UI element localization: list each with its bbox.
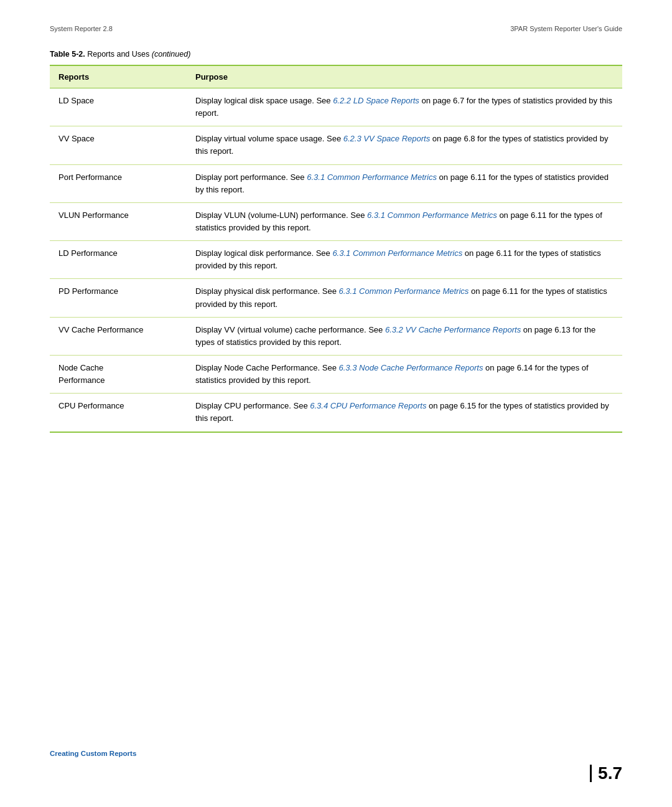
- footer-page: 5.7: [590, 765, 622, 782]
- purpose-text-before: Display Node Cache Performance. See: [195, 363, 339, 372]
- purpose-text-before: Display CPU performance. See: [195, 401, 310, 410]
- report-name-line1: Node Cache: [58, 363, 103, 372]
- col-header-purpose: Purpose: [187, 65, 622, 88]
- cell-purpose: Display VV (virtual volume) cache perfor…: [187, 317, 622, 355]
- purpose-link[interactable]: 6.3.1 Common Performance Metrics: [367, 210, 497, 220]
- table-row: VV Cache PerformanceDisplay VV (virtual …: [50, 317, 622, 355]
- page-footer: Creating Custom Reports 5.7: [0, 765, 672, 782]
- purpose-text-before: Display physical disk performance. See: [195, 286, 339, 296]
- purpose-text-before: Display VLUN (volume-LUN) performance. S…: [195, 210, 367, 220]
- table-caption-note: (continued): [152, 50, 191, 59]
- purpose-link[interactable]: 6.3.1 Common Performance Metrics: [307, 172, 437, 182]
- report-name-line2: Performance: [58, 375, 105, 385]
- page-header: System Reporter 2.8 3PAR System Reporter…: [50, 25, 622, 32]
- table-row: LD SpaceDisplay logical disk space usage…: [50, 88, 622, 126]
- cell-purpose: Display physical disk performance. See 6…: [187, 279, 622, 317]
- table-row: PD PerformanceDisplay physical disk perf…: [50, 279, 622, 317]
- purpose-link[interactable]: 6.3.4 CPU Performance Reports: [310, 401, 426, 410]
- table-row: CPU PerformanceDisplay CPU performance. …: [50, 394, 622, 432]
- cell-purpose: Display virtual volume space usage. See …: [187, 126, 622, 164]
- purpose-link[interactable]: 6.3.1 Common Performance Metrics: [339, 286, 469, 296]
- purpose-link[interactable]: 6.2.3 VV Space Reports: [343, 134, 430, 143]
- table-caption-title: Reports and Uses: [87, 50, 149, 59]
- purpose-text-before: Display logical disk space usage. See: [195, 96, 333, 105]
- cell-report-name: CPU Performance: [50, 394, 187, 432]
- footer-link-label[interactable]: Creating Custom Reports: [50, 750, 136, 757]
- purpose-text-before: Display port performance. See: [195, 172, 307, 182]
- cell-report-name: VLUN Performance: [50, 202, 187, 240]
- cell-purpose: Display logical disk performance. See 6.…: [187, 241, 622, 279]
- cell-report-name: PD Performance: [50, 279, 187, 317]
- table-row: LD PerformanceDisplay logical disk perfo…: [50, 241, 622, 279]
- purpose-link[interactable]: 6.3.1 Common Performance Metrics: [332, 248, 462, 258]
- table-caption: Table 5-2. Reports and Uses (continued): [50, 50, 622, 59]
- purpose-text-before: Display VV (virtual volume) cache perfor…: [195, 325, 385, 334]
- table-row: Node CachePerformanceDisplay Node Cache …: [50, 355, 622, 393]
- cell-report-name: Node CachePerformance: [50, 355, 187, 393]
- table-header-row: Reports Purpose: [50, 65, 622, 88]
- cell-purpose: Display Node Cache Performance. See 6.3.…: [187, 355, 622, 393]
- purpose-link[interactable]: 6.3.3 Node Cache Performance Reports: [339, 363, 483, 372]
- purpose-text-before: Display virtual volume space usage. See: [195, 134, 343, 143]
- header-left: System Reporter 2.8: [50, 25, 113, 32]
- table-row: VLUN PerformanceDisplay VLUN (volume-LUN…: [50, 202, 622, 240]
- cell-report-name: VV Cache Performance: [50, 317, 187, 355]
- col-header-reports: Reports: [50, 65, 187, 88]
- purpose-link[interactable]: 6.3.2 VV Cache Performance Reports: [385, 325, 521, 334]
- cell-purpose: Display VLUN (volume-LUN) performance. S…: [187, 202, 622, 240]
- cell-report-name: VV Space: [50, 126, 187, 164]
- page-number: 5.7: [590, 765, 622, 782]
- purpose-link[interactable]: 6.2.2 LD Space Reports: [333, 96, 419, 105]
- reports-table: Reports Purpose LD SpaceDisplay logical …: [50, 65, 622, 433]
- cell-report-name: LD Performance: [50, 241, 187, 279]
- cell-purpose: Display port performance. See 6.3.1 Comm…: [187, 164, 622, 202]
- cell-report-name: Port Performance: [50, 164, 187, 202]
- page: System Reporter 2.8 3PAR System Reporter…: [0, 0, 672, 807]
- cell-purpose: Display CPU performance. See 6.3.4 CPU P…: [187, 394, 622, 432]
- table-row: VV SpaceDisplay virtual volume space usa…: [50, 126, 622, 164]
- header-right: 3PAR System Reporter User's Guide: [510, 25, 622, 32]
- cell-purpose: Display logical disk space usage. See 6.…: [187, 88, 622, 126]
- cell-report-name: LD Space: [50, 88, 187, 126]
- purpose-text-before: Display logical disk performance. See: [195, 248, 332, 258]
- table-caption-label: Table 5-2.: [50, 50, 85, 59]
- table-row: Port PerformanceDisplay port performance…: [50, 164, 622, 202]
